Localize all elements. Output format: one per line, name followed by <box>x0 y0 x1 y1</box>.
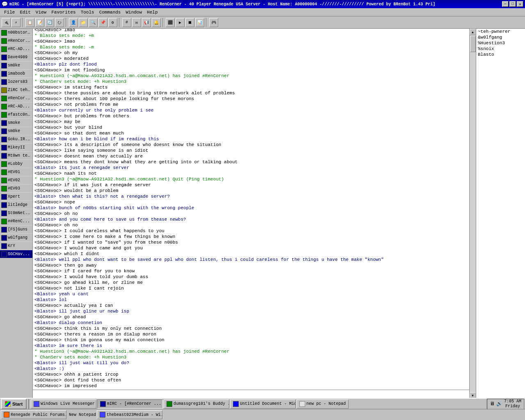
scroll-up-button[interactable]: ▲ <box>470 29 476 35</box>
sidebar-item-22[interactable]: St0mNet... <box>0 209 32 217</box>
taskbar-btn-renegade[interactable]: Renegade Public Forums... <box>1 410 66 419</box>
taskbar-btn-messenger[interactable]: Windows Live Messenger <box>31 399 96 409</box>
chat-line-28: <SGCHavoc> if it was just a renegade ser… <box>34 182 468 188</box>
sidebar-icon-1 <box>1 38 7 44</box>
scroll-track[interactable] <box>470 35 476 392</box>
chat-line-57: * Huestion3 (~a@Maow-A9321A32.hsd1.mn.co… <box>34 349 468 354</box>
sidebar-item-2[interactable]: #RC-AD... <box>0 45 32 53</box>
sidebar-item-0[interactable]: n00bstori... <box>0 29 32 37</box>
toolbar-btn-19[interactable]: 📊 <box>195 18 204 27</box>
start-button[interactable]: Start <box>1 399 27 409</box>
sidebar-item-21[interactable]: litledge <box>0 201 32 209</box>
chat-line-16: <SGCHavoc> but problems from others <box>34 113 468 119</box>
chat-line-15: <Blasto> currently ur the only problem i… <box>34 107 468 113</box>
sidebar-item-17[interactable]: #EV01 <box>0 168 32 176</box>
userlist: ~teh-pwnerer&w0lfgang%Huestion3%snoixBla… <box>476 29 525 399</box>
sidebar-item-16[interactable]: #Lobby <box>0 160 32 168</box>
minimize-button[interactable]: ─ <box>502 1 509 7</box>
sidebar-item-10[interactable]: #fastc0n... <box>0 111 32 119</box>
sidebar-item-14[interactable]: MikeyII <box>0 144 32 152</box>
sidebar-item-25[interactable]: w0lfgang <box>0 234 32 242</box>
taskbar-btn-mirc[interactable]: mIRC - [#RenCorner ... <box>97 399 163 409</box>
word-icon <box>233 401 239 407</box>
taskbar-btn-buddy[interactable]: dumassgreg101's Buddy ... <box>164 399 229 409</box>
toolbar-btn-5[interactable]: 🔄 <box>45 18 54 27</box>
chat-line-29: <SGCHavoc> wouldnt be a problem <box>34 188 468 194</box>
sidebar-item-23[interactable]: ##RenC... <box>0 217 32 226</box>
sidebar-item-26[interactable]: KrY <box>0 242 32 250</box>
toolbar-btn-2[interactable]: ⚡ <box>11 18 21 27</box>
menu-window[interactable]: Window <box>123 9 144 16</box>
sidebar-icon-0 <box>1 30 7 36</box>
menu-favorites[interactable]: Favorites <box>49 9 78 16</box>
sidebar-item-27[interactable]: SGCHav... <box>0 250 32 258</box>
menubar: File Edit View Favorites Tools Commands … <box>0 8 525 16</box>
taskbar-btn-word[interactable]: Untitled Document - Micr... <box>230 399 296 409</box>
menu-tools[interactable]: Tools <box>78 9 97 16</box>
toolbar-btn-15[interactable]: 🔔 <box>152 18 161 27</box>
sidebar-item-12[interactable]: sm0ke <box>0 127 32 135</box>
toolbar-btn-7[interactable]: 👤 <box>69 18 78 27</box>
sidebar-item-18[interactable]: #EV02 <box>0 176 32 185</box>
user-item-4[interactable]: Blasto <box>476 52 525 57</box>
sidebar-item-24[interactable]: [FS]Guns <box>0 226 32 234</box>
taskbar-messenger-label: Windows Live Messenger <box>41 402 95 406</box>
chat-line-21: <SGCHavoc> its a description of someone … <box>34 142 468 148</box>
toolbar-btn-9[interactable]: 🔍 <box>89 18 98 27</box>
chat-line-61: <SGCHavoc> ohhh a patient ircop <box>34 372 468 377</box>
menu-view[interactable]: View <box>33 9 49 16</box>
sidebar-item-3[interactable]: Dave4989 <box>0 53 32 62</box>
windows-logo-icon <box>5 401 11 407</box>
close-button[interactable]: ✕ <box>517 1 523 7</box>
toolbar-btn-11[interactable]: ⚙ <box>108 18 117 27</box>
sidebar-item-15[interactable]: Mt0wn te... <box>0 152 32 160</box>
taskbar-btn-notepad[interactable]: new pc - Notepad <box>297 399 349 409</box>
toolbar-btn-12[interactable]: # <box>122 18 131 27</box>
sidebar-item-7[interactable]: ZiRC teh... <box>0 86 32 94</box>
sidebar-item-4[interactable]: sm0ke <box>0 62 32 70</box>
sidebar-item-1[interactable]: #RenCor... <box>0 37 32 45</box>
sidebar-item-9[interactable]: #RC-AD... <box>0 103 32 111</box>
user-item-1[interactable]: &w0lfgang <box>476 34 525 40</box>
chat-scrollbar[interactable]: ▲ ▼ <box>469 29 476 399</box>
sidebar-item-20[interactable]: Xpert <box>0 193 32 201</box>
menu-file[interactable]: File <box>2 9 17 16</box>
user-item-0[interactable]: ~teh-pwnerer <box>476 29 525 34</box>
chat-line-55: <SGCHavoc> think im gonna use my main co… <box>34 337 468 343</box>
user-item-2[interactable]: %Huestion3 <box>476 40 525 46</box>
toolbar-btn-13[interactable]: ✉ <box>132 18 141 27</box>
chat-messages[interactable]: <SGCHavoc> lmao<SGCHavoc> lmao* Blasto s… <box>33 29 469 390</box>
chat-input[interactable] <box>33 390 469 399</box>
chat-line-1: <SGCHavoc> lmao <box>34 29 468 33</box>
menu-commands[interactable]: Commands <box>97 9 123 16</box>
chat-line-52: <Blasto> dialup connetion <box>34 320 468 326</box>
toolbar-btn-20[interactable]: 🎮 <box>209 18 218 27</box>
toolbar-btn-10[interactable]: 📌 <box>98 18 107 27</box>
sidebar-item-8[interactable]: #RenCor... <box>0 94 32 103</box>
toolbar-btn-6[interactable]: ⭮ <box>55 18 64 27</box>
maximize-button[interactable]: □ <box>509 1 516 7</box>
scroll-thumb[interactable] <box>470 36 476 52</box>
toolbar-btn-1[interactable]: 🔌 <box>2 18 11 27</box>
toolbar-btn-3[interactable]: 📋 <box>25 18 34 27</box>
menu-edit[interactable]: Edit <box>17 9 33 16</box>
toolbar-btn-17[interactable]: ▶ <box>176 18 185 27</box>
toolbar-btn-8[interactable]: 📁 <box>79 18 88 27</box>
chat-line-36: <SGCHavoc> I could careless what happend… <box>34 228 468 234</box>
sidebar-item-6[interactable]: lozers83 <box>0 78 32 86</box>
sidebar-icon-19 <box>1 186 7 192</box>
sidebar-item-11[interactable]: smoke <box>0 119 32 127</box>
user-item-3[interactable]: %snoix <box>476 46 525 52</box>
sidebar-icon-7 <box>1 87 7 93</box>
sidebar-item-13[interactable]: Goku.IR... <box>0 135 32 144</box>
chat-line-48: <Blasto> lol <box>34 297 468 303</box>
chat-line-14: <SGCHavoc> not problems from me <box>34 102 468 107</box>
sidebar-item-5[interactable]: imaboob <box>0 70 32 78</box>
toolbar-btn-16[interactable]: ⬛ <box>166 18 175 27</box>
taskbar-btn-beast[interactable]: thebeast023Medium - Wi... <box>97 410 162 419</box>
menu-help[interactable]: Help <box>144 9 160 16</box>
sidebar-item-19[interactable]: #EV03 <box>0 185 32 193</box>
toolbar-btn-4[interactable]: 📝 <box>35 18 44 27</box>
toolbar-btn-18[interactable]: ⏹ <box>185 18 194 27</box>
toolbar-btn-14[interactable]: 📢 <box>142 18 151 27</box>
